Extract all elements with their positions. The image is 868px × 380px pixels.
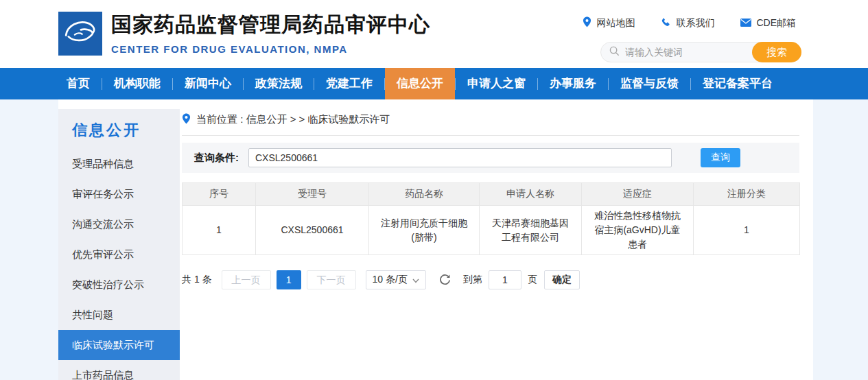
next-page-button[interactable]: 下一页 <box>307 270 356 289</box>
nav-item-services[interactable]: 办事服务 <box>538 68 608 99</box>
sidebar-item-breakthrough-therapy[interactable]: 突破性治疗公示 <box>58 270 180 300</box>
col-header-indication: 适应症 <box>582 183 694 206</box>
sidebar-title: 信息公开 <box>58 109 180 149</box>
sidebar-item-clinical-trial-implied-license[interactable]: 临床试验默示许可 <box>58 330 180 360</box>
col-header-acceptance-no: 受理号 <box>256 183 369 206</box>
query-condition-input[interactable] <box>248 148 672 167</box>
nav-item-home[interactable]: 首页 <box>55 68 102 99</box>
sitemap-link-label: 网站地图 <box>596 17 635 29</box>
col-header-registration-class: 注册分类 <box>694 183 800 206</box>
header-quick-links: 网站地图 联系我们 CDE邮箱 <box>583 16 796 29</box>
cde-logo <box>58 12 102 56</box>
breadcrumb: 当前位置 : 信息公开 > > 临床试验默示许可 <box>182 109 799 136</box>
query-label: 查询条件: <box>194 152 239 165</box>
site-title: 国家药品监督管理局药品审评中心 <box>111 11 430 39</box>
nav-item-news[interactable]: 新闻中心 <box>173 68 243 99</box>
phone-icon <box>661 17 671 29</box>
content-wrapper: 信息公开 受理品种信息 审评任务公示 沟通交流公示 优先审评公示 突破性治疗公示… <box>58 99 813 380</box>
breadcrumb-text: 当前位置 : 信息公开 > > 临床试验默示许可 <box>196 113 390 126</box>
table-header-row: 序号 受理号 药品名称 申请人名称 适应症 注册分类 <box>183 183 800 206</box>
query-bar: 查询条件: 查询 <box>182 143 799 173</box>
main-nav: 首页 机构职能 新闻中心 政策法规 党建工作 信息公开 申请人之窗 办事服务 监… <box>0 68 868 99</box>
search-button[interactable]: 搜索 <box>752 42 801 62</box>
sitemap-link[interactable]: 网站地图 <box>583 16 635 29</box>
sidebar: 信息公开 受理品种信息 审评任务公示 沟通交流公示 优先审评公示 突破性治疗公示… <box>58 109 180 380</box>
nav-item-applicant-window[interactable]: 申请人之窗 <box>456 68 537 99</box>
nav-item-registration-platform[interactable]: 登记备案平台 <box>691 68 784 99</box>
contact-link[interactable]: 联系我们 <box>661 16 714 29</box>
envelope-icon <box>740 18 751 29</box>
nav-item-functions[interactable]: 机构职能 <box>102 68 172 99</box>
col-header-applicant: 申请人名称 <box>480 183 582 206</box>
cell-index: 1 <box>183 206 256 255</box>
refresh-icon[interactable] <box>438 273 452 287</box>
page-size-value: 10 条/页 <box>373 274 408 286</box>
brand-block: 国家药品监督管理局药品审评中心 CENTER FOR DRUG EVALUATI… <box>111 11 430 55</box>
cde-mail-link[interactable]: CDE邮箱 <box>740 16 796 29</box>
nav-item-info-disclosure[interactable]: 信息公开 <box>385 68 455 99</box>
cde-mail-link-label: CDE邮箱 <box>756 17 796 29</box>
prev-page-button[interactable]: 上一页 <box>222 270 271 289</box>
cell-drug-name: 注射用间充质干细胞(脐带) <box>369 206 480 255</box>
sidebar-item-priority-review[interactable]: 优先审评公示 <box>58 239 180 270</box>
location-pin-icon <box>583 16 591 29</box>
cell-acceptance-no: CXSL2500661 <box>256 206 369 255</box>
site-subtitle: CENTER FOR DRUG EVALUATION, NMPA <box>111 43 430 55</box>
main-content: 当前位置 : 信息公开 > > 临床试验默示许可 查询条件: 查询 序号 受理号… <box>182 109 799 289</box>
nav-item-supervision-feedback[interactable]: 监督与反馈 <box>609 68 690 99</box>
site-header: 国家药品监督管理局药品审评中心 CENTER FOR DRUG EVALUATI… <box>0 0 868 68</box>
logo-swirl-icon <box>60 12 100 55</box>
page-number-button[interactable]: 1 <box>277 270 301 289</box>
nav-item-party-building[interactable]: 党建工作 <box>314 68 384 99</box>
search-icon <box>609 46 620 59</box>
query-button[interactable]: 查询 <box>701 148 740 167</box>
col-header-index: 序号 <box>183 183 256 206</box>
sidebar-item-accepted-varieties[interactable]: 受理品种信息 <box>58 149 180 179</box>
contact-link-label: 联系我们 <box>676 17 714 29</box>
pagination: 共 1 条 上一页 1 下一页 10 条/页 到第 <box>182 270 799 289</box>
cell-applicant: 天津昂赛细胞基因工程有限公司 <box>480 206 582 255</box>
goto-page-input[interactable] <box>489 270 521 289</box>
goto-page-unit: 页 <box>528 274 537 286</box>
confirm-button[interactable]: 确定 <box>544 270 580 289</box>
goto-page-label: 到第 <box>463 274 482 286</box>
header-search: 搜索 <box>600 42 801 62</box>
sidebar-item-common-issues[interactable]: 共性问题 <box>58 300 180 330</box>
table-row: 1 CXSL2500661 注射用间充质干细胞(脐带) 天津昂赛细胞基因工程有限… <box>183 206 800 255</box>
breadcrumb-pin-icon <box>182 113 191 126</box>
nav-item-policies[interactable]: 政策法规 <box>244 68 314 99</box>
cell-registration-class: 1 <box>694 206 800 255</box>
page-body: 信息公开 受理品种信息 审评任务公示 沟通交流公示 优先审评公示 突破性治疗公示… <box>0 99 868 380</box>
pagination-total: 共 1 条 <box>182 274 212 286</box>
sidebar-item-marketed-drugs[interactable]: 上市药品信息 <box>58 360 180 380</box>
results-table: 序号 受理号 药品名称 申请人名称 适应症 注册分类 1 CXSL2500661… <box>182 182 800 255</box>
cell-indication: 难治性急性移植物抗宿主病(aGvHD)儿童患者 <box>582 206 694 255</box>
page-size-select[interactable]: 10 条/页 <box>366 270 426 289</box>
col-header-drug-name: 药品名称 <box>369 183 480 206</box>
chevron-down-icon <box>412 274 419 285</box>
sidebar-item-communication[interactable]: 沟通交流公示 <box>58 209 180 239</box>
sidebar-item-review-tasks[interactable]: 审评任务公示 <box>58 179 180 209</box>
